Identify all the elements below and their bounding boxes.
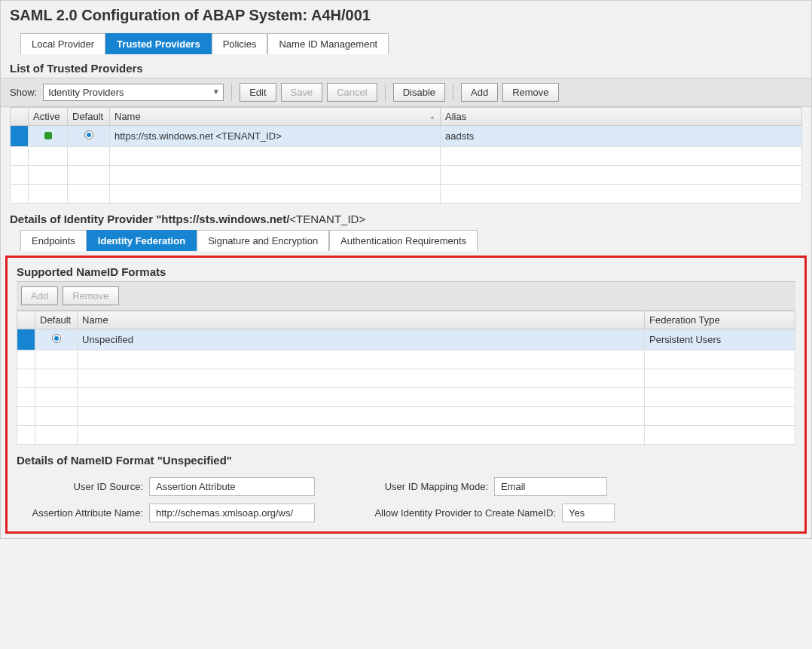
edit-button[interactable]: Edit [240,83,276,102]
save-button: Save [281,83,323,102]
nameid-form: User ID Source: Assertion Attribute User… [8,471,804,522]
active-icon [44,132,52,139]
trusted-providers-title: List of Trusted Providers [1,54,811,78]
label-user-id-mapping: User ID Mapping Mode: [360,481,488,492]
radio-icon[interactable] [52,334,61,343]
col-default[interactable]: Default [35,311,78,329]
divider [453,84,453,101]
col-rowselect [17,311,35,329]
nameid-title: Supported NameID Formats [8,258,804,281]
table-row[interactable] [11,166,802,185]
cell-alias: aadsts [441,126,802,147]
divider [385,84,386,101]
table-row[interactable] [17,369,795,388]
nameid-toolbar: Add Remove [17,281,795,311]
tab-endpoints[interactable]: Endpoints [20,230,87,251]
cell-name: Unspecified [78,329,645,351]
label-allow-create: Allow Identity Provider to Create NameID… [360,507,556,519]
table-row[interactable] [17,407,795,426]
show-label: Show: [10,87,37,98]
disable-button[interactable]: Disable [393,83,445,102]
trusted-toolbar: Show: Identity Providers Edit Save Cance… [1,78,811,107]
cell-name: https://sts.windows.net <TENANT_ID> [110,126,441,147]
col-active[interactable]: Active [29,108,68,126]
row-marker[interactable] [17,329,35,351]
value-assertion-attr[interactable]: http://schemas.xmlsoap.org/ws/ [149,504,315,522]
table-row[interactable]: https://sts.windows.net <TENANT_ID> aads… [11,126,802,147]
nameid-remove-button: Remove [63,286,118,305]
detail-tabs: Endpoints Identity Federation Signature … [1,230,811,251]
page-title: SAML 2.0 Configuration of ABAP System: A… [1,1,811,33]
col-default[interactable]: Default [68,108,110,126]
table-row[interactable] [17,426,795,445]
col-name[interactable]: Name [110,108,441,126]
label-assertion-attr: Assertion Attribute Name: [23,507,143,519]
label-user-id-source: User ID Source: [23,481,143,492]
nameid-detail-title: Details of NameID Format "Unspecified" [8,445,804,471]
tab-nameid-management[interactable]: Name ID Management [267,33,389,54]
tab-auth-requirements[interactable]: Authentication Requirements [329,230,478,251]
value-allow-create[interactable]: Yes [562,504,615,522]
table-row[interactable] [11,147,802,166]
show-select[interactable]: Identity Providers [43,84,224,101]
row-marker[interactable] [11,126,29,147]
cell-default[interactable] [68,126,110,147]
tab-identity-federation[interactable]: Identity Federation [87,230,197,251]
col-fedtype[interactable]: Federation Type [645,311,795,329]
remove-button[interactable]: Remove [502,83,558,102]
details-header: Details of Identity Provider "https://st… [1,204,811,230]
cancel-button: Cancel [327,83,377,102]
cell-active [29,126,68,147]
nameid-table[interactable]: Default Name Federation Type Unspecified… [17,311,795,445]
col-rowselect [11,108,29,126]
tab-local-provider[interactable]: Local Provider [20,33,105,54]
col-alias[interactable]: Alias [441,108,802,126]
radio-icon[interactable] [84,130,93,139]
trusted-providers-table[interactable]: Active Default Name Alias https://sts.wi… [10,107,802,204]
table-row[interactable] [11,185,802,204]
tab-policies[interactable]: Policies [212,33,268,54]
tab-signature-encryption[interactable]: Signature and Encryption [197,230,329,251]
cell-fedtype: Persistent Users [645,329,795,351]
value-user-id-mapping[interactable]: Email [494,477,607,496]
col-name[interactable]: Name [78,311,645,329]
tab-trusted-providers[interactable]: Trusted Providers [105,33,212,54]
table-row[interactable]: Unspecified Persistent Users [17,329,795,351]
add-button[interactable]: Add [461,83,498,102]
value-user-id-source[interactable]: Assertion Attribute [149,477,315,496]
cell-default[interactable] [35,329,78,351]
table-row[interactable] [17,351,795,369]
main-tabs: Local Provider Trusted Providers Policie… [1,33,811,54]
table-row[interactable] [17,388,795,407]
nameid-panel: Supported NameID Formats Add Remove Defa… [5,256,807,534]
divider [231,84,232,101]
nameid-add-button: Add [21,286,58,305]
